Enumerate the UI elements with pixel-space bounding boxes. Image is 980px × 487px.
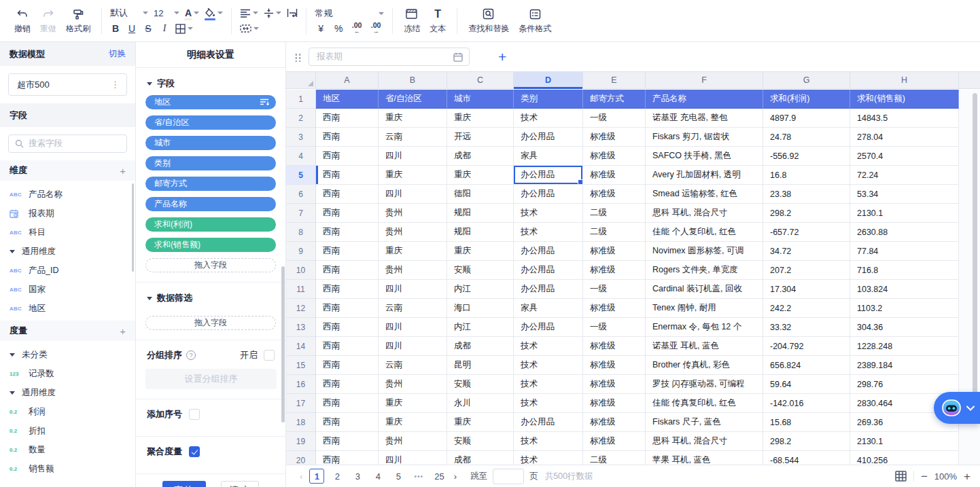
- cell[interactable]: 西南: [316, 451, 379, 465]
- vertical-scrollbar[interactable]: [973, 93, 977, 422]
- more-pages-button[interactable]: •••: [411, 469, 426, 484]
- cell[interactable]: 标准级: [583, 299, 646, 318]
- cell[interactable]: 苹果 耳机, 蓝色: [646, 451, 763, 465]
- cell[interactable]: 标准级: [583, 394, 646, 413]
- row-number[interactable]: 6: [286, 185, 316, 204]
- row-number[interactable]: 2: [286, 109, 316, 128]
- sort-icon[interactable]: [260, 98, 269, 107]
- column-header-G[interactable]: G: [763, 72, 850, 88]
- column-header-C[interactable]: C: [447, 72, 514, 88]
- cell[interactable]: 4897.9: [763, 109, 850, 128]
- cell[interactable]: Novimex 圆形标签, 可调: [646, 242, 763, 261]
- column-header-H[interactable]: H: [850, 72, 959, 88]
- cell[interactable]: 内江: [447, 318, 514, 337]
- cell[interactable]: 2570.4: [850, 147, 959, 166]
- cell[interactable]: 家具: [514, 147, 583, 166]
- cell[interactable]: 规阳: [447, 204, 514, 223]
- cell[interactable]: 2130.1: [850, 432, 959, 451]
- cell[interactable]: 四川: [379, 451, 447, 465]
- cell[interactable]: 207.2: [763, 261, 850, 280]
- cell[interactable]: 重庆: [379, 242, 447, 261]
- field-pill[interactable]: 地区: [145, 95, 276, 109]
- cell[interactable]: 西南: [316, 394, 379, 413]
- cell[interactable]: 298.2: [763, 204, 850, 223]
- cell[interactable]: 四川: [379, 147, 447, 166]
- cell[interactable]: 开远: [447, 128, 514, 147]
- search-fields-input[interactable]: 搜索字段: [8, 134, 127, 153]
- cell[interactable]: 西南: [316, 147, 379, 166]
- cell[interactable]: 标准级: [583, 166, 646, 185]
- cell[interactable]: Fiskars 尺子, 蓝色: [646, 413, 763, 432]
- cell[interactable]: 西南: [316, 337, 379, 356]
- cell[interactable]: 西南: [316, 375, 379, 394]
- row-number[interactable]: 4: [286, 147, 316, 166]
- dataset-select[interactable]: 超市500 ⋮: [8, 73, 127, 96]
- fill-color-button[interactable]: [203, 6, 225, 20]
- cell[interactable]: 城市: [447, 90, 514, 109]
- merge-cells-button[interactable]: [238, 22, 261, 35]
- cell[interactable]: 云南: [379, 128, 447, 147]
- increase-decimal-button[interactable]: .00→: [367, 22, 385, 35]
- cell[interactable]: 23.38: [763, 185, 850, 204]
- cell[interactable]: 永川: [447, 394, 514, 413]
- cell[interactable]: 云南: [379, 299, 447, 318]
- cell[interactable]: 技术: [514, 204, 583, 223]
- cell[interactable]: 求和(销售额): [850, 90, 959, 109]
- kebab-menu-icon[interactable]: ⋮: [111, 83, 120, 86]
- cell[interactable]: 重庆: [447, 242, 514, 261]
- cell[interactable]: 西南: [316, 204, 379, 223]
- measure-field-item[interactable]: 0.2数量: [0, 440, 135, 459]
- cell[interactable]: 思科 耳机, 混合尺寸: [646, 432, 763, 451]
- cell[interactable]: 标准级: [583, 185, 646, 204]
- find-replace-button[interactable]: 查找和替换: [463, 5, 514, 37]
- measure-field-item[interactable]: 123记录数: [0, 364, 135, 383]
- cell[interactable]: 34.72: [763, 242, 850, 261]
- report-date-filter-input[interactable]: 报表期: [309, 48, 470, 66]
- page-button-2[interactable]: 2: [330, 469, 345, 484]
- measure-field-item[interactable]: 0.2销售额: [0, 459, 135, 478]
- cell[interactable]: 标准级: [583, 242, 646, 261]
- cell[interactable]: 15.68: [763, 413, 850, 432]
- row-number[interactable]: 18: [286, 413, 316, 432]
- cell[interactable]: 西南: [316, 261, 379, 280]
- dimension-field-item[interactable]: ABC产品名称: [0, 185, 135, 204]
- font-color-button[interactable]: A: [183, 6, 201, 20]
- cell[interactable]: 技术: [514, 432, 583, 451]
- cell[interactable]: 办公用品: [514, 128, 583, 147]
- measure-field-item[interactable]: 未分类: [0, 345, 135, 364]
- cell[interactable]: 四川: [379, 337, 447, 356]
- cell[interactable]: 省/自治区: [379, 90, 447, 109]
- cell[interactable]: 办公用品: [514, 318, 583, 337]
- cell[interactable]: 思科 耳机, 混合尺寸: [646, 204, 763, 223]
- zoom-out-button[interactable]: −: [921, 471, 928, 482]
- cell[interactable]: 安顺: [447, 261, 514, 280]
- cell[interactable]: 诺基亚 耳机, 蓝色: [646, 337, 763, 356]
- row-number[interactable]: 8: [286, 223, 316, 242]
- cell[interactable]: 办公用品: [514, 280, 583, 299]
- cell[interactable]: 类别: [514, 90, 583, 109]
- row-number[interactable]: 14: [286, 337, 316, 356]
- row-number[interactable]: 17: [286, 394, 316, 413]
- cell[interactable]: 标准级: [583, 356, 646, 375]
- cell[interactable]: 安顺: [447, 432, 514, 451]
- cell[interactable]: 成都: [447, 147, 514, 166]
- cell[interactable]: 西南: [316, 432, 379, 451]
- query-button[interactable]: 查 询: [162, 481, 206, 487]
- cell[interactable]: 77.84: [850, 242, 959, 261]
- cell[interactable]: 标准级: [583, 337, 646, 356]
- underline-button[interactable]: U: [124, 22, 139, 35]
- cell[interactable]: SAFCO 扶手椅, 黑色: [646, 147, 763, 166]
- cell[interactable]: 技术: [514, 109, 583, 128]
- dimension-field-item[interactable]: 报表期: [0, 204, 135, 223]
- cell[interactable]: 贵州: [379, 204, 447, 223]
- cell[interactable]: 103.824: [850, 280, 959, 299]
- add-measure-button[interactable]: +: [120, 326, 126, 336]
- filter-dropzone[interactable]: 拖入字段: [145, 316, 276, 330]
- cell[interactable]: 安顺: [447, 375, 514, 394]
- cell[interactable]: 72.24: [850, 166, 959, 185]
- cell[interactable]: 重庆: [379, 166, 447, 185]
- cell[interactable]: 298.2: [763, 432, 850, 451]
- field-pill[interactable]: 省/自治区: [145, 115, 276, 130]
- cell[interactable]: 西南: [316, 109, 379, 128]
- cell[interactable]: 标准级: [583, 432, 646, 451]
